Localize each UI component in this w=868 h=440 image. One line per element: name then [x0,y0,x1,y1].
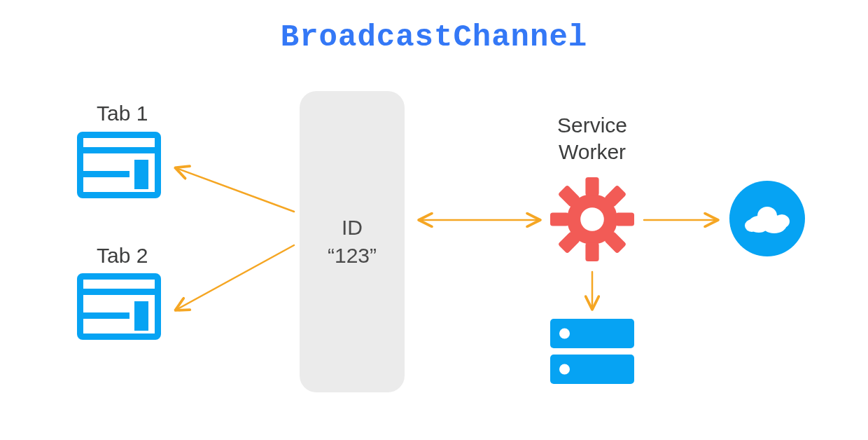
svg-point-14 [745,219,759,232]
diagram-title: BroadcastChannel [0,20,868,55]
svg-point-13 [774,214,790,228]
svg-point-12 [757,207,777,225]
arrow-channel-to-tab1 [176,168,294,212]
diagram-canvas: BroadcastChannel Tab 1 Tab 2 ID “123” Se… [0,0,868,440]
svg-rect-3 [550,212,568,226]
channel-id-value: “123” [328,242,377,270]
svg-point-9 [580,207,604,231]
svg-rect-1 [585,177,598,195]
browser-window-icon [77,273,161,340]
broadcast-channel: ID “123” [300,91,405,392]
channel-id-label: ID [342,214,363,242]
arrow-channel-to-tab2 [176,245,294,310]
svg-rect-2 [585,243,598,261]
tab2-label: Tab 2 [97,244,148,268]
gear-icon [550,177,634,264]
database-icon [550,319,634,384]
tab1-label: Tab 1 [97,102,148,125]
service-worker-label: Service Worker [536,112,648,165]
cloud-icon [729,181,805,256]
svg-rect-4 [616,212,634,226]
browser-window-icon [77,132,161,198]
